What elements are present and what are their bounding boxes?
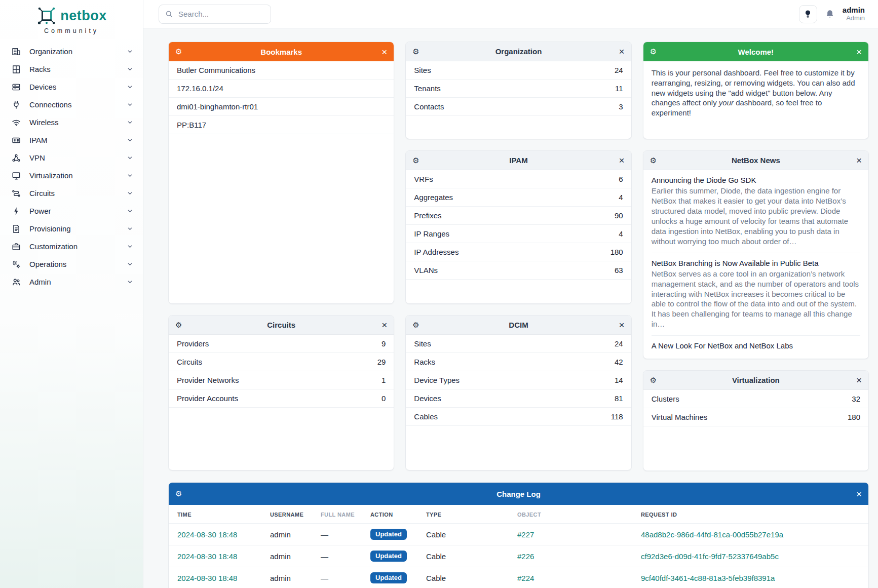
stat-value-link[interactable]: 4	[619, 229, 623, 238]
stat-label-link[interactable]: Aggregates	[414, 193, 453, 202]
stat-value-link[interactable]: 14	[615, 376, 623, 384]
stat-label-link[interactable]: Device Types	[414, 376, 460, 384]
sidebar-item-organization[interactable]: Organization	[0, 43, 143, 60]
sidebar-item-virtualization[interactable]: Virtualization	[0, 167, 143, 184]
stat-label-link[interactable]: Circuits	[177, 358, 202, 366]
widget-config-icon[interactable]: ⚙	[650, 156, 661, 165]
sidebar-item-racks[interactable]: Racks	[0, 60, 143, 78]
stat-value-link[interactable]: 11	[615, 84, 623, 93]
news-article-title-link[interactable]: NetBox Branching is Now Available in Pub…	[652, 259, 860, 267]
user-menu[interactable]: admin Admin	[843, 6, 865, 22]
search-input[interactable]	[178, 10, 254, 18]
bookmark-link[interactable]: 172.16.0.1/24	[169, 80, 394, 98]
stat-value-link[interactable]: 42	[615, 358, 623, 366]
widget-config-icon[interactable]: ⚙	[650, 376, 661, 385]
stat-value-link[interactable]: 6	[619, 175, 623, 183]
stat-value-link[interactable]: 1	[381, 376, 386, 384]
close-icon[interactable]: ×	[614, 320, 625, 330]
sidebar-item-connections[interactable]: Connections	[0, 96, 143, 113]
sidebar-item-devices[interactable]: Devices	[0, 78, 143, 96]
stat-value-link[interactable]: 24	[615, 66, 623, 74]
sidebar-nav: Organization Racks Devices Connections W	[0, 43, 143, 291]
widget-config-icon[interactable]: ⚙	[412, 47, 424, 56]
stat-label-link[interactable]: Sites	[414, 66, 431, 74]
stat-label-link[interactable]: Clusters	[652, 395, 679, 403]
changelog-request-id-link[interactable]: 9cf40fdf-3461-4c88-81a3-5feb39f8391a	[641, 574, 775, 582]
stat-value-link[interactable]: 180	[610, 248, 623, 256]
sidebar-item-vpn[interactable]: VPN	[0, 149, 143, 167]
stat-row: Aggregates 4	[406, 188, 631, 207]
changelog-time-link[interactable]: 2024-08-30 18:48	[177, 530, 237, 539]
widget-config-icon[interactable]: ⚙	[175, 489, 186, 498]
changelog-object-link[interactable]: #226	[517, 552, 534, 561]
stat-label-link[interactable]: Racks	[414, 358, 435, 366]
close-icon[interactable]: ×	[851, 489, 862, 499]
sidebar-item-operations[interactable]: Operations	[0, 255, 143, 273]
news-article-title-link[interactable]: A New Look For NetBox and NetBox Labs	[652, 341, 860, 350]
stat-label-link[interactable]: Tenants	[414, 84, 441, 93]
stat-label-link[interactable]: Virtual Machines	[652, 413, 708, 421]
stat-value-link[interactable]: 90	[615, 211, 623, 220]
close-icon[interactable]: ×	[614, 155, 625, 165]
widget-config-icon[interactable]: ⚙	[412, 156, 424, 165]
stat-label-link[interactable]: IP Ranges	[414, 229, 449, 238]
stat-label-link[interactable]: Sites	[414, 339, 431, 348]
sidebar-item-admin[interactable]: Admin	[0, 273, 143, 291]
stat-label-link[interactable]: Devices	[414, 394, 441, 403]
sidebar-item-ipam[interactable]: IPAM	[0, 131, 143, 149]
widget-config-icon[interactable]: ⚙	[412, 321, 424, 330]
stat-row: Virtual Machines 180	[643, 408, 868, 426]
stat-value-link[interactable]: 32	[852, 395, 860, 403]
sidebar-item-circuits[interactable]: Circuits	[0, 184, 143, 202]
stat-value-link[interactable]: 9	[381, 339, 386, 348]
widget-config-icon[interactable]: ⚙	[650, 47, 661, 56]
changelog-object-link[interactable]: #224	[517, 574, 534, 582]
changelog-request-id-link[interactable]: 48ad8b2c-986d-44fd-81ca-00d55b27e19a	[641, 530, 783, 539]
sidebar-item-provisioning[interactable]: Provisioning	[0, 220, 143, 238]
changelog-request-id-link[interactable]: cf92d3e6-d09d-41fc-9fd7-52337649ab5c	[641, 552, 779, 561]
changelog-time-link[interactable]: 2024-08-30 18:48	[177, 552, 237, 561]
stat-label-link[interactable]: Cables	[414, 412, 438, 421]
stat-label-link[interactable]: IP Addresses	[414, 248, 459, 256]
stat-value-link[interactable]: 81	[615, 394, 623, 403]
bookmark-link[interactable]: Butler Communications	[169, 61, 394, 80]
bookmark-link[interactable]: PP:B117	[169, 116, 394, 134]
search-box[interactable]	[159, 5, 271, 24]
stat-value-link[interactable]: 180	[848, 413, 860, 421]
bookmark-link[interactable]: dmi01-binghamton-rtr01	[169, 98, 394, 116]
stat-value-link[interactable]: 29	[377, 358, 386, 366]
changelog-time-link[interactable]: 2024-08-30 18:48	[177, 574, 237, 582]
stat-value-link[interactable]: 24	[615, 339, 623, 348]
notifications-button[interactable]	[825, 9, 835, 19]
close-icon[interactable]: ×	[851, 47, 862, 57]
stat-value-link[interactable]: 118	[611, 412, 623, 421]
changelog-object-link[interactable]: #227	[517, 530, 534, 539]
sidebar-item-label: IPAM	[29, 136, 48, 144]
stat-row: VLANs 63	[406, 261, 631, 280]
stat-label-link[interactable]: VLANs	[414, 266, 438, 275]
sidebar-item-wireless[interactable]: Wireless	[0, 113, 143, 131]
close-icon[interactable]: ×	[376, 47, 387, 57]
netbox-logo[interactable]: netbox Community	[0, 0, 143, 34]
close-icon[interactable]: ×	[376, 320, 387, 330]
sidebar-item-power[interactable]: Power	[0, 202, 143, 220]
news-article-title-link[interactable]: Announcing the Diode Go SDK	[652, 176, 860, 184]
widget-config-icon[interactable]: ⚙	[175, 47, 186, 56]
stat-label-link[interactable]: Providers	[177, 339, 209, 348]
close-icon[interactable]: ×	[851, 155, 862, 165]
stat-label-link[interactable]: VRFs	[414, 175, 433, 183]
sidebar-item-customization[interactable]: Customization	[0, 238, 143, 255]
theme-toggle-button[interactable]	[799, 5, 817, 23]
stat-label-link[interactable]: Provider Networks	[177, 376, 239, 384]
close-icon[interactable]: ×	[614, 47, 625, 56]
close-icon[interactable]: ×	[851, 375, 862, 385]
stat-value-link[interactable]: 63	[615, 266, 623, 275]
stat-value-link[interactable]: 3	[619, 102, 623, 111]
stat-value-link[interactable]: 4	[619, 193, 623, 202]
stat-label-link[interactable]: Contacts	[414, 102, 444, 111]
stat-label-link[interactable]: Provider Accounts	[177, 394, 238, 403]
widget-config-icon[interactable]: ⚙	[175, 321, 186, 330]
stat-label-link[interactable]: Prefixes	[414, 211, 441, 220]
sidebar-item-label: Provisioning	[29, 224, 71, 233]
stat-value-link[interactable]: 0	[381, 394, 386, 403]
